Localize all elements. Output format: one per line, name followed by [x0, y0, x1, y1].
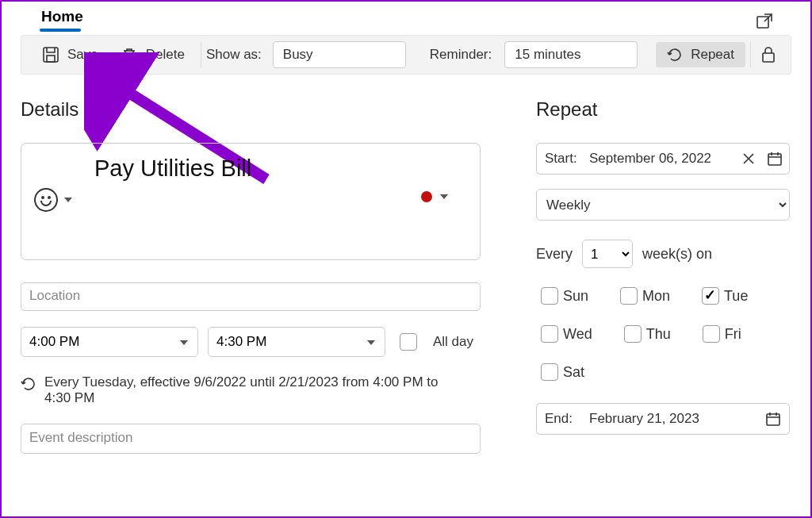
day-sat[interactable]: Sat [536, 363, 584, 381]
reminder-label: Reminder: [430, 47, 492, 63]
every-suffix: week(s) on [642, 246, 712, 263]
day-fri[interactable]: Fri [698, 325, 741, 343]
day-tue[interactable]: Tue [697, 287, 748, 305]
calendar-icon[interactable] [767, 151, 783, 167]
lock-icon [760, 46, 776, 63]
day-wed[interactable]: Wed [536, 325, 592, 343]
day-label: Fri [725, 326, 741, 343]
svg-rect-6 [767, 414, 779, 425]
repeat-heading: Repeat [536, 98, 790, 121]
start-time-select[interactable]: 4:00 PM [21, 327, 198, 357]
svg-rect-3 [763, 53, 774, 62]
emoji-picker[interactable] [34, 188, 72, 212]
day-label: Sun [563, 288, 588, 305]
checkbox [541, 287, 558, 305]
checkbox [541, 363, 558, 381]
details-heading: Details [21, 98, 481, 121]
svg-rect-1 [44, 48, 58, 62]
repeat-start-value: September 06, 2022 [589, 151, 711, 167]
repeat-end-label: End: [545, 411, 589, 427]
every-prefix: Every [536, 246, 573, 263]
private-button[interactable] [756, 41, 781, 68]
day-label: Tue [724, 288, 748, 305]
popout-icon[interactable] [755, 12, 774, 34]
save-label: Save [67, 47, 98, 63]
checkbox [541, 325, 558, 343]
clear-icon[interactable] [741, 152, 756, 166]
repeat-end-value: February 21, 2023 [589, 411, 699, 427]
delete-button[interactable]: Delete [109, 41, 196, 68]
recurrence-icon [21, 376, 36, 396]
start-time-value: 4:00 PM [29, 334, 79, 350]
description-placeholder: Event description [29, 430, 132, 445]
all-day-checkbox[interactable] [400, 333, 417, 351]
day-label: Wed [563, 326, 592, 343]
chevron-down-icon [440, 194, 448, 199]
svg-rect-2 [47, 56, 55, 62]
checkbox [702, 287, 719, 305]
location-input[interactable]: Location [21, 282, 481, 311]
location-placeholder: Location [29, 288, 80, 303]
day-mon[interactable]: Mon [615, 287, 670, 305]
calendar-icon[interactable] [765, 411, 781, 427]
reminder-value: 15 minutes [515, 47, 580, 63]
show-as-label: Show as: [206, 47, 262, 63]
show-as-value: Busy [283, 47, 313, 63]
checkbox [620, 287, 638, 305]
save-button[interactable]: Save [31, 41, 109, 68]
tab-home[interactable]: Home [40, 5, 85, 30]
repeat-button[interactable]: Repeat [656, 42, 745, 67]
description-input[interactable]: Event description [21, 424, 481, 454]
repeat-start-field[interactable]: Start: September 06, 2022 [536, 143, 790, 175]
event-title-input[interactable] [93, 155, 526, 182]
repeat-period-select[interactable]: Weekly [536, 189, 790, 221]
chevron-down-icon [367, 340, 375, 345]
recurrence-text: Every Tuesday, effective 9/6/2022 until … [44, 374, 457, 406]
category-picker[interactable] [421, 191, 448, 202]
chevron-down-icon [180, 340, 188, 345]
day-label: Thu [646, 326, 671, 343]
repeat-start-label: Start: [545, 151, 589, 167]
day-label: Sat [563, 364, 584, 381]
every-count-select[interactable]: 1 [582, 240, 633, 268]
category-color-dot [421, 191, 432, 202]
repeat-button-label: Repeat [691, 47, 734, 63]
checkbox [624, 325, 642, 343]
end-time-value: 4:30 PM [216, 334, 266, 350]
reminder-select[interactable]: 15 minutes [504, 41, 638, 68]
delete-label: Delete [146, 47, 185, 63]
event-card [21, 143, 481, 260]
end-time-select[interactable]: 4:30 PM [208, 327, 385, 357]
day-thu[interactable]: Thu [619, 325, 671, 343]
day-sun[interactable]: Sun [536, 287, 588, 305]
svg-rect-5 [768, 154, 781, 165]
toolbar: Save Delete Show as: Busy Reminder: 15 m… [21, 35, 791, 75]
day-label: Mon [642, 288, 670, 305]
checkbox [703, 325, 720, 343]
chevron-down-icon [64, 198, 72, 202]
all-day-label: All day [433, 334, 473, 350]
emoji-icon [34, 188, 58, 212]
repeat-end-field[interactable]: End: February 21, 2023 [536, 403, 790, 435]
show-as-select[interactable]: Busy [273, 41, 406, 68]
